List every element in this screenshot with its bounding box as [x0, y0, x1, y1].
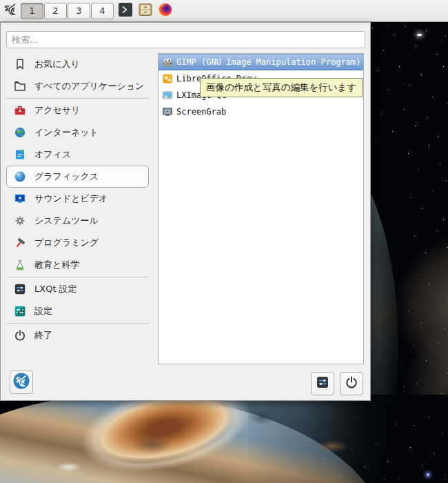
sidebar-item-label: インターネット [34, 126, 99, 139]
sidebar-item-settings[interactable]: 設定 [6, 300, 149, 322]
lxqt-about-button[interactable] [10, 371, 33, 394]
sidebar-item-label: オフィス [34, 148, 71, 161]
libreoffice-draw-icon [162, 73, 173, 84]
bright-star [417, 34, 422, 36]
sidebar-item-label: すべてのアプリケーション [34, 80, 144, 92]
app-item-label: GIMP (GNU Image Manipulation Program) [176, 57, 360, 67]
sidebar-divider [6, 277, 149, 277]
file-manager-icon [138, 2, 153, 20]
sidebar-item-favorites[interactable]: お気に入り [6, 53, 149, 75]
graphics-icon [14, 170, 26, 183]
sidebar-item-system-tools[interactable]: システムツール [6, 210, 149, 232]
workspace-button-1[interactable]: 1 [21, 3, 43, 19]
workspace-label: 4 [99, 6, 105, 16]
multimedia-icon [14, 193, 26, 205]
firefox-icon [158, 2, 173, 20]
sidebar-item-label: システムツール [34, 215, 99, 227]
sidebar-item-leave[interactable]: 終了 [6, 324, 149, 346]
lxqt-settings-icon [316, 375, 329, 392]
app-menu-popup: お気に入り すべてのアプリケーション アクセサリ インターネット オフィス [0, 22, 371, 401]
folder-icon [14, 80, 26, 92]
lxqt-bird-icon [3, 1, 19, 21]
lxqt-settings-icon [14, 283, 26, 295]
sidebar-item-label: アクセサリ [34, 104, 81, 117]
sidebar-item-lxqt-settings[interactable]: LXQt 設定 [6, 278, 149, 300]
sidebar-item-label: LXQt 設定 [34, 283, 77, 295]
gimp-icon [162, 57, 173, 68]
workspace-button-4[interactable]: 4 [91, 3, 114, 19]
sidebar-divider [6, 323, 149, 324]
desktop: 1 2 3 4 お気に入り すべてのアプリケーション [0, 0, 448, 483]
lximage-icon [162, 90, 173, 101]
system-tools-icon [14, 215, 26, 227]
sidebar-item-all-applications[interactable]: すべてのアプリケーション [6, 75, 149, 97]
power-icon [14, 329, 26, 342]
sidebar-item-graphics[interactable]: グラフィックス [6, 166, 149, 188]
leave-button[interactable] [340, 372, 363, 395]
globe-icon [14, 126, 26, 139]
sidebar-item-sound-video[interactable]: サウンドとビデオ [6, 188, 149, 210]
app-item-gimp[interactable]: GIMP (GNU Image Manipulation Program) [159, 54, 363, 70]
bookmark-icon [14, 58, 26, 70]
sidebar-item-label: グラフィックス [34, 170, 99, 183]
terminal-launcher[interactable] [117, 3, 134, 19]
search-input[interactable] [6, 31, 365, 48]
sidebar-item-office[interactable]: オフィス [6, 144, 149, 166]
sidebar-divider [6, 98, 149, 99]
programming-icon [14, 237, 26, 249]
power-icon [345, 375, 358, 392]
menu-settings-button[interactable] [311, 372, 334, 395]
sidebar-item-label: 設定 [34, 305, 52, 317]
sidebar-item-label: サウンドとビデオ [34, 193, 108, 205]
app-item-label: ScreenGrab [176, 107, 226, 117]
white-storm-oval [57, 462, 81, 472]
taskbar: 1 2 3 4 [0, 0, 448, 22]
toolbox-icon [14, 104, 26, 117]
workspace-label: 2 [52, 6, 58, 16]
workspace-label: 3 [76, 6, 81, 16]
education-icon [14, 259, 26, 271]
terminal-icon [118, 2, 133, 20]
firefox-launcher[interactable] [157, 3, 174, 19]
sidebar-item-label: 教育と科学 [34, 259, 79, 271]
dark-cloud-patch [131, 436, 172, 454]
terminator-fade [248, 395, 448, 483]
office-icon [14, 148, 26, 161]
sidebar-item-label: プログラミング [34, 237, 99, 249]
sidebar-item-label: お気に入り [34, 58, 80, 70]
application-list: GIMP (GNU Image Manipulation Program) Li… [158, 53, 364, 364]
sidebar-item-programming[interactable]: プログラミング [6, 232, 149, 254]
sidebar-item-education-science[interactable]: 教育と科学 [6, 254, 149, 276]
screengrab-icon [162, 106, 173, 117]
sidebar-item-label: 終了 [34, 329, 52, 342]
app-item-screengrab[interactable]: ScreenGrab [159, 103, 363, 120]
blue-star [427, 473, 429, 476]
category-sidebar: お気に入り すべてのアプリケーション アクセサリ インターネット オフィス [6, 53, 149, 346]
app-description-tooltip: 画像の作成と写真の編集を行います [200, 78, 363, 97]
workspace-button-2[interactable]: 2 [44, 3, 67, 19]
sidebar-item-accessories[interactable]: アクセサリ [6, 99, 149, 121]
workspace-label: 1 [29, 6, 34, 16]
sidebar-item-internet[interactable]: インターネット [6, 121, 149, 144]
main-menu-button[interactable] [2, 2, 20, 20]
lxqt-logo-icon [12, 371, 31, 393]
file-manager-launcher[interactable] [137, 3, 154, 19]
workspace-button-3[interactable]: 3 [68, 3, 90, 19]
tooltip-text: 画像の作成と写真の編集を行います [206, 81, 356, 94]
settings-icon [14, 305, 26, 317]
